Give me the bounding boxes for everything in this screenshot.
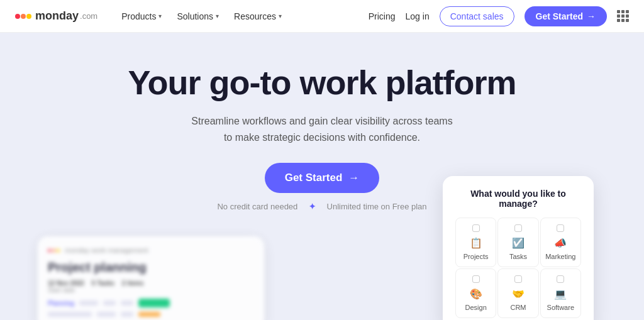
manage-card: What would you like to manage? 📋 Project… <box>443 176 594 320</box>
manage-item-label: Projects <box>464 253 489 260</box>
manage-checkbox[interactable] <box>557 224 564 232</box>
logo-domain: .com <box>80 11 97 21</box>
manage-item-label: CRM <box>510 304 526 311</box>
manage-item-software[interactable]: 💻 Software <box>540 268 581 318</box>
dashboard-logo <box>48 249 60 252</box>
table-cell <box>103 301 116 306</box>
nav-pricing[interactable]: Pricing <box>369 11 396 21</box>
crm-icon: 🤝 <box>512 288 525 300</box>
manage-item-tasks[interactable]: ☑️ Tasks <box>497 218 538 267</box>
hero-subtitle-line1: Streamline workflows and gain clear visi… <box>191 116 452 126</box>
logo-dot-orange <box>21 14 26 19</box>
table-cell <box>48 312 92 317</box>
grid-dot <box>621 14 625 18</box>
grid-dot <box>617 10 620 13</box>
marketing-icon: 📣 <box>554 237 567 249</box>
table-cell <box>79 301 98 306</box>
get-started-nav-button[interactable]: Get Started → <box>525 6 607 26</box>
manage-item-crm[interactable]: 🤝 CRM <box>497 268 538 318</box>
apps-grid-icon[interactable] <box>617 10 629 22</box>
manage-item-projects[interactable]: 📋 Projects <box>455 218 496 267</box>
dashboard-heading: Project planning <box>48 260 254 275</box>
table-cell-status <box>138 312 160 317</box>
stat-item: 12 Nov 2022 Start date <box>48 280 84 294</box>
contact-sales-button[interactable]: Contact sales <box>440 6 514 26</box>
dash-dot-red <box>48 249 51 252</box>
manage-grid: 📋 Projects ☑️ Tasks 📣 Marketing 🎨 Design <box>455 218 581 318</box>
table-cell <box>121 312 133 317</box>
nav-solutions-label: Solutions <box>177 11 213 21</box>
hero-note-bullet: ✦ <box>309 202 316 211</box>
grid-dot <box>626 19 629 22</box>
nav-links: Products ▾ Solutions ▾ Resources ▾ <box>115 8 288 25</box>
tasks-icon: ☑️ <box>512 237 525 249</box>
navbar: monday.com Products ▾ Solutions ▾ Resour… <box>0 0 644 33</box>
hero-section: Your go-to work platform Streamline work… <box>0 33 644 320</box>
hero-note: No credit card needed ✦ Unlimited time o… <box>213 202 430 211</box>
grid-dot <box>617 14 620 18</box>
grid-dot <box>621 10 625 13</box>
nav-solutions[interactable]: Solutions ▾ <box>170 8 225 25</box>
manage-checkbox[interactable] <box>557 275 564 283</box>
manage-item-label: Marketing <box>545 253 575 260</box>
chevron-down-icon: ▾ <box>216 13 219 19</box>
get-started-hero-label: Get Started <box>285 172 343 184</box>
dash-dot-yellow <box>57 249 60 252</box>
dash-dot-orange <box>52 249 55 252</box>
grid-dot <box>621 19 625 22</box>
dashboard-header: monday work management <box>48 246 254 254</box>
logo-icon <box>15 14 31 19</box>
hero-subtitle: Streamline workflows and gain clear visi… <box>191 113 452 145</box>
manage-item-label: Design <box>465 304 487 311</box>
dashboard-subtitle: monday work management <box>65 246 148 254</box>
table-cell <box>97 312 116 317</box>
logo-dot-yellow <box>26 14 31 19</box>
get-started-nav-label: Get Started <box>536 11 583 21</box>
manage-checkbox[interactable] <box>472 275 480 283</box>
software-icon: 💻 <box>554 288 567 300</box>
logo-dot-red <box>15 14 20 19</box>
nav-products[interactable]: Products ▾ <box>115 8 168 25</box>
hero-note-right: Unlimited time on Free plan <box>327 202 427 211</box>
grid-dot <box>617 19 620 22</box>
manage-item-design[interactable]: 🎨 Design <box>455 268 496 318</box>
manage-card-title: What would you like to manage? <box>455 189 581 209</box>
arrow-icon: → <box>587 11 596 21</box>
logo-text: monday <box>35 9 79 23</box>
arrow-icon: → <box>348 172 359 184</box>
table-cell-status <box>138 299 170 307</box>
hero-bottom: monday work management Project planning … <box>0 230 644 320</box>
hero-title: Your go-to work platform <box>128 63 516 102</box>
manage-item-marketing[interactable]: 📣 Marketing <box>540 218 581 267</box>
hero-subtitle-line2: to make strategic decisions with confide… <box>224 132 420 143</box>
manage-checkbox[interactable] <box>514 275 522 283</box>
hero-note-left: No credit card needed <box>217 202 297 211</box>
chevron-down-icon: ▾ <box>158 13 162 19</box>
stat-item: 5 Tasks <box>92 280 114 294</box>
design-icon: 🎨 <box>470 288 482 300</box>
nav-products-label: Products <box>121 11 156 21</box>
projects-icon: 📋 <box>470 237 482 249</box>
table-cell <box>121 301 133 306</box>
manage-item-label: Software <box>547 304 574 311</box>
table-row: Planning <box>48 299 254 307</box>
table-row <box>48 310 254 319</box>
manage-checkbox[interactable] <box>472 224 480 232</box>
manage-checkbox[interactable] <box>514 224 522 232</box>
grid-dot <box>626 14 629 18</box>
get-started-hero-button[interactable]: Get Started → <box>265 163 380 193</box>
nav-right: Pricing Log in Contact sales Get Started… <box>369 6 629 26</box>
manage-item-label: Tasks <box>509 253 527 260</box>
dashboard-stats: 12 Nov 2022 Start date 5 Tasks 2 items <box>48 280 254 294</box>
dashboard-preview-card: monday work management Project planning … <box>38 236 264 320</box>
chevron-down-icon: ▾ <box>279 13 282 19</box>
grid-dot <box>626 10 629 13</box>
stat-item: 2 items <box>122 280 143 294</box>
logo[interactable]: monday.com <box>15 9 97 23</box>
planning-label: Planning <box>48 300 74 307</box>
nav-resources[interactable]: Resources ▾ <box>228 8 288 25</box>
nav-login[interactable]: Log in <box>406 11 430 21</box>
nav-resources-label: Resources <box>234 11 276 21</box>
